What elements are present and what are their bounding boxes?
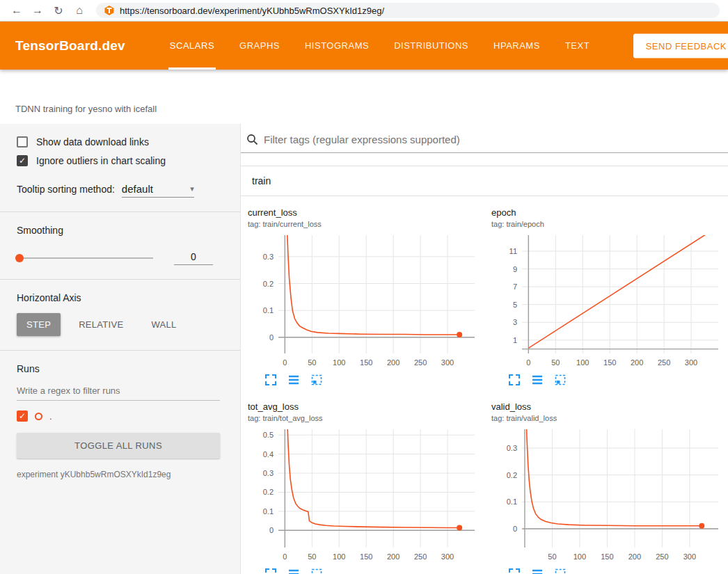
- svg-text:0.2: 0.2: [263, 280, 274, 288]
- experiment-description-bar: TDNN training for yesno with icefall: [0, 70, 728, 124]
- svg-text:0.2: 0.2: [507, 471, 517, 479]
- svg-text:200: 200: [628, 552, 641, 561]
- runs-filter-input[interactable]: [17, 380, 220, 401]
- chart-toolbar: [248, 568, 479, 574]
- smoothing-slider-thumb[interactable]: [15, 254, 24, 262]
- toggle-all-runs-button[interactable]: TOGGLE ALL RUNS: [17, 433, 220, 459]
- svg-text:100: 100: [333, 552, 345, 561]
- runs-list-icon[interactable]: [531, 568, 544, 574]
- tooltip-sorting-label: Tooltip sorting method:: [17, 184, 115, 195]
- chart-card-current-loss: current_loss tag: train/current_loss 050…: [248, 207, 479, 386]
- tooltip-sorting-value: default: [122, 183, 153, 195]
- url-text[interactable]: https://tensorboard.dev/experiment/yKUbh…: [120, 6, 384, 16]
- home-icon[interactable]: ⌂: [70, 1, 89, 19]
- fit-domain-icon[interactable]: [554, 374, 567, 386]
- svg-text:5: 5: [513, 301, 517, 309]
- svg-text:150: 150: [360, 358, 372, 367]
- fit-domain-icon[interactable]: [310, 568, 323, 574]
- axis-step-button[interactable]: STEP: [17, 313, 61, 336]
- run-color-icon: [35, 413, 42, 420]
- tab-hparams[interactable]: HPARAMS: [492, 22, 541, 70]
- app-header: TensorBoard.dev SCALARS GRAPHS HISTOGRAM…: [0, 22, 728, 70]
- svg-text:50: 50: [548, 552, 556, 561]
- tab-scalars[interactable]: SCALARS: [168, 22, 216, 70]
- axis-relative-button[interactable]: RELATIVE: [69, 313, 133, 336]
- smoothing-value-field[interactable]: 0: [174, 251, 213, 265]
- epoch-chart[interactable]: 0501001502002503001357911: [491, 232, 722, 372]
- tab-text[interactable]: TEXT: [564, 22, 591, 70]
- tensorboard-favicon: [104, 6, 114, 15]
- nav-tabs: SCALARS GRAPHS HISTOGRAMS DISTRIBUTIONS …: [168, 22, 613, 70]
- svg-text:300: 300: [441, 358, 454, 367]
- fit-domain-icon[interactable]: [310, 374, 323, 386]
- chart-title: tot_avg_loss: [248, 401, 479, 412]
- runs-list-icon[interactable]: [531, 374, 544, 386]
- svg-text:100: 100: [573, 552, 586, 561]
- ignore-outliers-checkbox[interactable]: ✓: [17, 155, 28, 166]
- tab-graphs[interactable]: GRAPHS: [238, 22, 281, 70]
- smoothing-label: Smoothing: [17, 225, 222, 236]
- tag-filter-input[interactable]: [264, 134, 728, 145]
- fit-domain-icon[interactable]: [554, 568, 567, 574]
- svg-text:250: 250: [658, 358, 670, 367]
- address-bar[interactable]: https://tensorboard.dev/experiment/yKUbh…: [96, 3, 720, 18]
- svg-text:0.1: 0.1: [263, 306, 274, 314]
- svg-text:9: 9: [513, 265, 517, 273]
- tab-distributions[interactable]: DISTRIBUTIONS: [393, 22, 470, 70]
- svg-text:150: 150: [360, 552, 372, 561]
- show-download-checkbox[interactable]: ✓: [17, 136, 28, 148]
- svg-text:0.1: 0.1: [507, 497, 517, 506]
- search-icon: [246, 134, 258, 145]
- chart-card-tot-avg-loss: tot_avg_loss tag: train/tot_avg_loss 050…: [248, 401, 479, 574]
- runs-list-icon[interactable]: [287, 568, 300, 574]
- svg-text:50: 50: [308, 552, 316, 561]
- tot-avg-loss-chart[interactable]: 05010015020025030000.10.20.30.40.5: [248, 426, 479, 566]
- expand-chart-icon[interactable]: [508, 374, 521, 386]
- train-group-header[interactable]: train: [241, 166, 728, 196]
- svg-text:50: 50: [551, 358, 560, 367]
- chart-tag: tag: train/epoch: [491, 220, 722, 228]
- chart-tag: tag: train/valid_loss: [491, 414, 722, 422]
- expand-chart-icon[interactable]: [264, 568, 277, 574]
- svg-text:0: 0: [283, 552, 287, 561]
- general-settings-section: ✓ Show data download links ✓ Ignore outl…: [0, 124, 240, 212]
- run-checkbox[interactable]: ✓: [17, 410, 28, 422]
- smoothing-section: Smoothing 0: [0, 212, 240, 280]
- svg-text:0.2: 0.2: [263, 488, 274, 496]
- svg-text:0.4: 0.4: [263, 450, 274, 459]
- tab-histograms[interactable]: HISTOGRAMS: [303, 22, 370, 70]
- smoothing-slider[interactable]: [17, 257, 153, 259]
- chart-toolbar: [491, 374, 722, 386]
- svg-text:200: 200: [631, 358, 643, 367]
- expand-chart-icon[interactable]: [508, 568, 521, 574]
- svg-text:300: 300: [441, 552, 454, 561]
- svg-text:0: 0: [269, 526, 274, 534]
- svg-text:250: 250: [414, 552, 427, 561]
- send-feedback-button[interactable]: SEND FEEDBACK: [633, 33, 728, 58]
- forward-icon[interactable]: →: [28, 1, 47, 19]
- valid-loss-chart[interactable]: 5010015020025030000.10.20.3: [491, 426, 722, 566]
- chevron-down-icon: ▾: [190, 184, 194, 193]
- runs-list-icon[interactable]: [287, 374, 300, 386]
- run-row[interactable]: ✓ .: [17, 410, 222, 422]
- svg-text:0: 0: [269, 333, 274, 342]
- svg-text:0: 0: [526, 358, 530, 367]
- svg-text:150: 150: [601, 552, 613, 561]
- refresh-icon[interactable]: ↻: [49, 1, 68, 19]
- svg-text:11: 11: [509, 247, 517, 255]
- axis-wall-button[interactable]: WALL: [141, 313, 186, 336]
- show-download-row[interactable]: ✓ Show data download links: [17, 136, 222, 148]
- svg-text:0.5: 0.5: [263, 431, 274, 439]
- ignore-outliers-row[interactable]: ✓ Ignore outliers in chart scaling: [17, 155, 222, 166]
- svg-text:0.1: 0.1: [263, 507, 274, 516]
- train-group: train current_loss tag: train/current_lo…: [241, 166, 728, 574]
- experiment-id-label: experiment yKUbhb5wRmOSXYkId1z9eg: [17, 470, 222, 479]
- current-loss-chart[interactable]: 05010015020025030000.10.20.3: [248, 232, 479, 372]
- expand-chart-icon[interactable]: [264, 374, 277, 386]
- back-icon[interactable]: ←: [7, 1, 26, 19]
- tooltip-sorting-dropdown[interactable]: default ▾: [122, 183, 194, 198]
- svg-text:250: 250: [414, 358, 427, 367]
- svg-text:7: 7: [513, 282, 517, 291]
- settings-sidebar: ✓ Show data download links ✓ Ignore outl…: [0, 124, 241, 574]
- check-icon: ✓: [19, 412, 26, 420]
